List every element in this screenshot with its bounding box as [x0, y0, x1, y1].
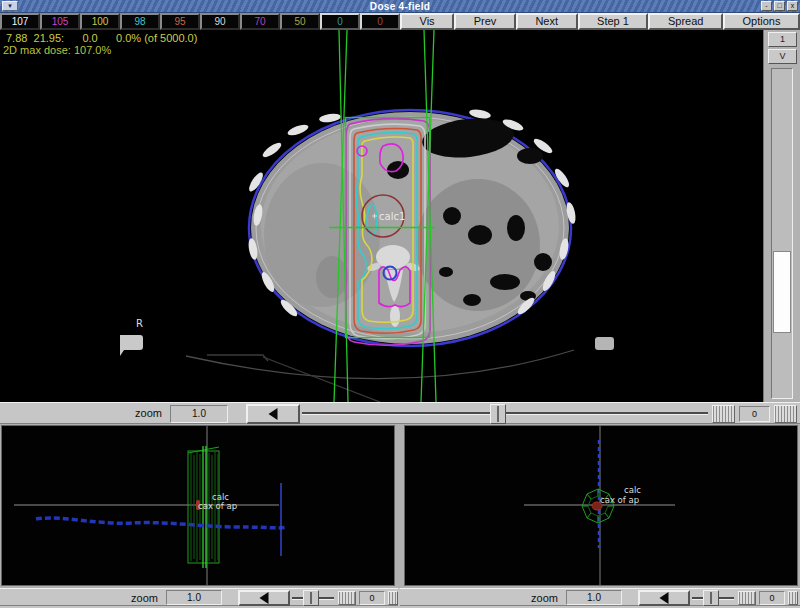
dose-level-button-98[interactable]: 98	[120, 13, 160, 30]
close-button[interactable]: x	[787, 1, 798, 11]
titlebar: ▾ Dose 4-field - □ x	[0, 0, 800, 13]
beam-axis-label: cax of ap	[198, 501, 237, 511]
dose-level-button-100[interactable]: 100	[80, 13, 120, 30]
zoom-value-field[interactable]: 1.0	[170, 405, 228, 423]
zoom-value-field[interactable]: 1.0	[566, 590, 622, 605]
axial-viewport[interactable]: calc1 R 7.88 21.95: 0.0 0.0% (of 5000.0)…	[0, 30, 800, 402]
bev-zoom-bar: zoom 1.0 0	[400, 588, 800, 606]
dose-level-button-95[interactable]: 95	[160, 13, 200, 30]
maximize-button[interactable]: □	[774, 1, 785, 11]
zoom-value-field[interactable]: 1.0	[166, 590, 222, 605]
zoom-label: zoom	[100, 407, 162, 419]
axial-ct-canvas[interactable]: calc1 R	[0, 30, 763, 402]
spread-button[interactable]: Spread	[648, 13, 723, 30]
coronal-viewport[interactable]: calc cax of ap	[1, 425, 395, 586]
dose-level-button-0[interactable]: 0	[360, 13, 400, 30]
prev-button[interactable]: Prev	[454, 13, 516, 30]
pan-thumbwheel-left[interactable]	[712, 405, 735, 423]
dose-planning-window: ▾ Dose 4-field - □ x 1071051009895907050…	[0, 0, 800, 608]
calc-point-label: calc	[624, 485, 641, 495]
couch-contour	[36, 518, 287, 528]
zoom-slider-thumb[interactable]	[490, 404, 506, 424]
couch-lines	[186, 350, 574, 402]
orientation-label: R	[136, 318, 143, 329]
dose-level-button-107[interactable]: 107	[0, 13, 40, 30]
step-1-button[interactable]: Step 1	[578, 13, 649, 30]
calc-point-label: calc1	[379, 211, 405, 222]
bev-canvas[interactable]: calc cax of ap	[405, 426, 797, 585]
dose-level-buttons: 107105100989590705000	[0, 13, 400, 30]
status-max-dose: 2D max dose: 107.0%	[3, 44, 111, 56]
status-coordinates: 7.88 21.95: 0.0 0.0% (of 5000.0)	[6, 32, 197, 44]
slice-count-button[interactable]: 1	[768, 32, 797, 47]
dose-level-button-70[interactable]: 70	[240, 13, 280, 30]
pan-thumbwheel-left[interactable]	[338, 591, 356, 605]
dose-level-button-0[interactable]: 0	[320, 13, 360, 30]
zoom-label: zoom	[496, 592, 558, 604]
left-arrow-icon	[260, 592, 269, 604]
bev-viewport[interactable]: calc cax of ap	[404, 425, 798, 586]
window-title: Dose 4-field	[0, 0, 800, 13]
left-arrow-icon	[660, 592, 669, 604]
zoom-decrease-button[interactable]	[638, 590, 690, 606]
zoom-label: zoom	[96, 592, 158, 604]
zoom-slider-thumb[interactable]	[303, 590, 319, 606]
pan-thumbwheel-right[interactable]	[774, 405, 797, 423]
pan-value-field[interactable]: 0	[759, 591, 785, 605]
toolbar: 107105100989590705000 VisPrevNextStep 1S…	[0, 13, 800, 30]
dose-level-button-105[interactable]: 105	[40, 13, 80, 30]
zoom-decrease-button[interactable]	[238, 590, 290, 606]
nav-buttons: VisPrevNextStep 1SpreadOptions	[400, 13, 800, 30]
pan-thumbwheel-right[interactable]	[788, 591, 798, 605]
side-panel: 1 V	[763, 30, 800, 402]
beam-axis-label: cax of ap	[600, 495, 639, 505]
dose-level-button-50[interactable]: 50	[280, 13, 320, 30]
pan-thumbwheel-left[interactable]	[738, 591, 756, 605]
left-arrow-icon	[269, 408, 278, 420]
next-button[interactable]: Next	[516, 13, 578, 30]
view-mode-button[interactable]: V	[768, 49, 797, 64]
zoom-slider-thumb[interactable]	[703, 590, 719, 606]
options-button[interactable]: Options	[723, 13, 800, 30]
slice-scrollbar[interactable]	[771, 68, 793, 399]
slice-scrollbar-thumb[interactable]	[773, 251, 791, 333]
dose-level-button-90[interactable]: 90	[200, 13, 240, 30]
axial-zoom-bar: zoom 1.0 0	[0, 402, 800, 424]
zoom-decrease-button[interactable]	[246, 404, 300, 424]
pan-value-field[interactable]: 0	[739, 406, 770, 422]
coronal-zoom-bar: zoom 1.0 0	[0, 588, 398, 606]
minimize-button[interactable]: -	[761, 1, 772, 11]
bottom-views: calc cax of ap calc cax of ap	[0, 424, 800, 588]
pan-value-field[interactable]: 0	[359, 591, 385, 605]
vis-button[interactable]: Vis	[400, 13, 454, 30]
coronal-canvas[interactable]: calc cax of ap	[2, 426, 394, 585]
pan-thumbwheel-right[interactable]	[388, 591, 398, 605]
